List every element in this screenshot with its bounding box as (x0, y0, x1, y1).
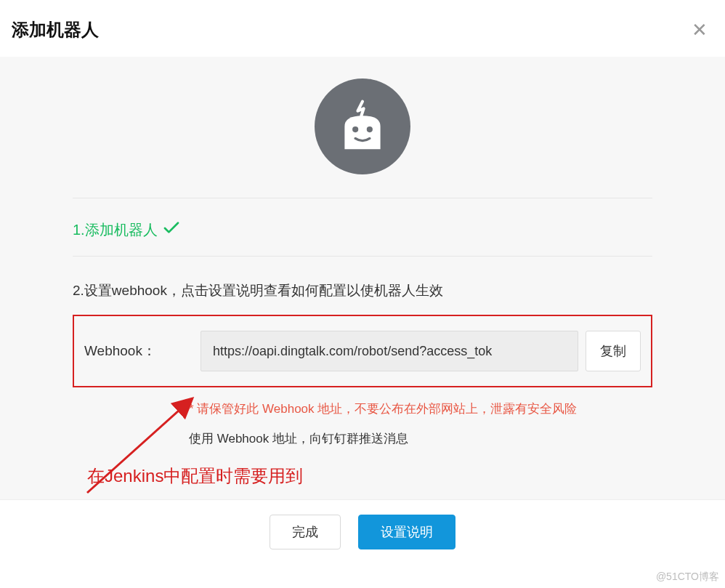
done-button[interactable]: 完成 (270, 515, 341, 549)
step1-label: 1.添加机器人 (73, 220, 158, 240)
watermark: @51CTO博客 (656, 571, 719, 584)
settings-button[interactable]: 设置说明 (358, 515, 455, 549)
step1-row: 1.添加机器人 (73, 198, 652, 256)
svg-point-0 (352, 126, 358, 132)
modal-footer: 完成 设置说明 (0, 499, 725, 564)
content-area: 1.添加机器人 2.设置webhook，点击设置说明查看如何配置以使机器人生效 … (0, 57, 725, 564)
webhook-warning: * 请保管好此 Webhook 地址，不要公布在外部网站上，泄露有安全风险 (189, 400, 652, 417)
close-icon[interactable]: ✕ (689, 17, 710, 42)
svg-point-1 (367, 126, 373, 132)
check-icon (163, 222, 179, 238)
copy-button[interactable]: 复制 (586, 331, 641, 371)
modal-title: 添加机器人 (12, 18, 99, 41)
step2-label: 2.设置webhook，点击设置说明查看如何配置以使机器人生效 (73, 257, 652, 315)
robot-avatar (315, 78, 410, 174)
webhook-label: Webhook： (84, 342, 201, 361)
annotation-text: 在Jenkins中配置时需要用到 (87, 464, 652, 488)
webhook-highlight-box: Webhook： 复制 (73, 315, 652, 387)
webhook-info: 使用 Webhook 地址，向钉钉群推送消息 (189, 430, 652, 447)
webhook-input[interactable] (201, 331, 578, 371)
robot-icon (333, 97, 392, 156)
